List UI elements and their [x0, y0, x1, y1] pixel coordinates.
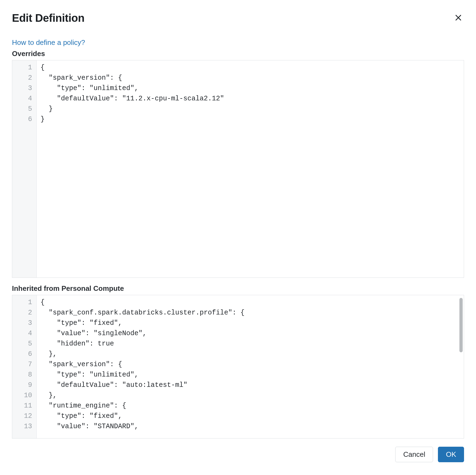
- scrollbar-thumb[interactable]: [459, 298, 463, 352]
- line-number: 6: [12, 114, 34, 125]
- line-number: 5: [12, 339, 34, 349]
- line-number: 7: [12, 359, 34, 370]
- dialog-footer: Cancel OK: [12, 447, 464, 462]
- line-number: 2: [12, 308, 34, 318]
- overrides-gutter: 123456: [12, 60, 37, 277]
- overrides-editor[interactable]: 123456 { "spark_version": { "type": "unl…: [12, 60, 464, 278]
- inherited-label: Inherited from Personal Compute: [12, 284, 464, 293]
- overrides-code[interactable]: { "spark_version": { "type": "unlimited"…: [37, 60, 464, 277]
- line-number: 3: [12, 318, 34, 328]
- line-number: 8: [12, 370, 34, 380]
- inherited-gutter: 12345678910111213: [12, 295, 37, 438]
- line-number: 4: [12, 94, 34, 104]
- cancel-button[interactable]: Cancel: [395, 447, 433, 462]
- line-number: 1: [12, 297, 34, 308]
- line-number: 2: [12, 73, 34, 83]
- overrides-label: Overrides: [12, 50, 464, 58]
- line-number: 11: [12, 401, 34, 411]
- inherited-code: { "spark_conf.spark.databricks.cluster.p…: [37, 295, 464, 438]
- dialog-title: Edit Definition: [12, 12, 85, 24]
- close-button[interactable]: [453, 12, 464, 23]
- inherited-editor: 12345678910111213 { "spark_conf.spark.da…: [12, 295, 464, 439]
- line-number: 13: [12, 421, 34, 432]
- line-number: 4: [12, 328, 34, 339]
- line-number: 10: [12, 390, 34, 401]
- line-number: 6: [12, 349, 34, 359]
- close-icon: [454, 14, 462, 22]
- ok-button[interactable]: OK: [438, 447, 464, 462]
- line-number: 1: [12, 63, 34, 73]
- line-number: 9: [12, 380, 34, 390]
- line-number: 5: [12, 104, 34, 114]
- help-link[interactable]: How to define a policy?: [12, 38, 85, 47]
- line-number: 3: [12, 83, 34, 94]
- line-number: 12: [12, 411, 34, 421]
